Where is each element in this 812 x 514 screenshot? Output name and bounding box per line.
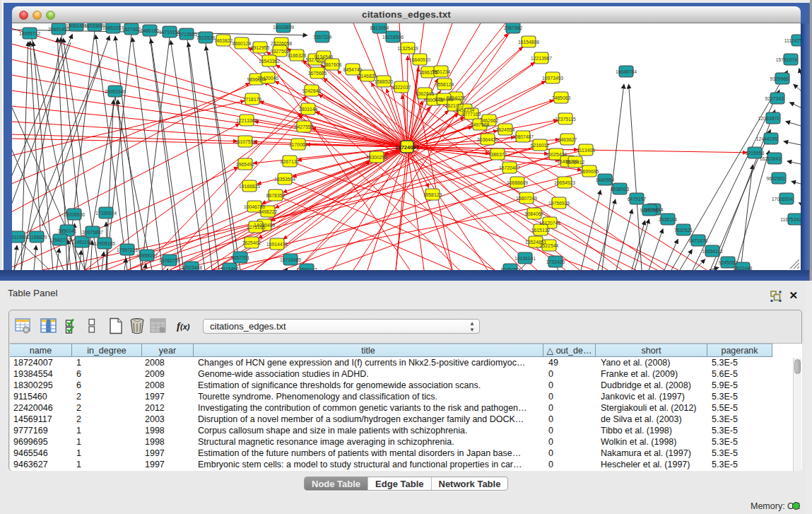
svg-text:19756928: 19756928 [548, 201, 570, 206]
svg-text:8267130: 8267130 [281, 159, 300, 164]
svg-text:3498222: 3498222 [259, 209, 278, 214]
svg-text:7515526: 7515526 [196, 35, 216, 40]
svg-text:20206536: 20206536 [64, 212, 85, 217]
svg-text:11675342: 11675342 [780, 217, 801, 222]
svg-text:7632621: 7632621 [674, 228, 693, 233]
svg-text:8215958: 8215958 [746, 151, 765, 156]
svg-text:10973493: 10973493 [542, 76, 563, 81]
svg-text:2718176: 2718176 [243, 97, 262, 102]
svg-text:11451194: 11451194 [71, 240, 92, 245]
svg-text:2867608: 2867608 [323, 62, 342, 67]
svg-text:2935114: 2935114 [659, 217, 677, 222]
svg-text:18300295: 18300295 [366, 155, 387, 160]
svg-text:5851234: 5851234 [432, 69, 451, 74]
svg-text:16782759: 16782759 [159, 258, 180, 263]
svg-text:3911959: 3911959 [12, 235, 27, 240]
svg-text:15751074: 15751074 [776, 57, 797, 62]
svg-text:16543362: 16543362 [259, 59, 280, 64]
svg-text:9242848: 9242848 [302, 88, 322, 93]
svg-text:1958123: 1958123 [423, 192, 442, 197]
svg-text:8678352: 8678352 [266, 193, 286, 198]
svg-text:17339924: 17339924 [95, 211, 117, 216]
svg-text:9657701: 9657701 [231, 255, 250, 260]
svg-text:3170061: 3170061 [289, 142, 308, 147]
svg-text:16154808: 16154808 [518, 40, 539, 45]
svg-text:2522544: 2522544 [540, 243, 559, 248]
svg-text:11325419: 11325419 [397, 46, 418, 51]
svg-text:12923448: 12923448 [181, 265, 202, 270]
svg-text:10853287: 10853287 [102, 25, 124, 30]
svg-text:3624554: 3624554 [496, 127, 515, 132]
svg-text:17957223: 17957223 [117, 247, 138, 252]
svg-text:20364436: 20364436 [477, 137, 498, 142]
svg-text:8813054: 8813054 [370, 25, 389, 30]
svg-text:8454749: 8454749 [343, 67, 363, 72]
svg-text:9329966: 9329966 [770, 76, 789, 81]
svg-text:8471676: 8471676 [689, 238, 708, 243]
svg-text:16648784: 16648784 [616, 69, 637, 74]
svg-text:30975887: 30975887 [82, 230, 103, 235]
svg-text:16713555: 16713555 [176, 32, 197, 37]
svg-text:11124753: 11124753 [784, 38, 801, 43]
svg-text:1615132: 1615132 [531, 228, 551, 233]
svg-text:18724007: 18724007 [395, 144, 418, 151]
svg-text:9245052: 9245052 [719, 260, 738, 265]
svg-text:12213967: 12213967 [531, 56, 552, 61]
svg-text:8322037: 8322037 [392, 85, 411, 90]
svg-text:2803144: 2803144 [299, 107, 318, 112]
svg-text:9327506: 9327506 [271, 49, 290, 54]
svg-text:3850141: 3850141 [58, 228, 77, 233]
svg-text:19166825: 19166825 [239, 184, 260, 189]
svg-text:7357224: 7357224 [313, 35, 332, 40]
svg-text:16033809: 16033809 [273, 25, 294, 30]
svg-text:9134546: 9134546 [314, 54, 334, 59]
svg-text:1588520: 1588520 [375, 79, 394, 84]
svg-text:6466160: 6466160 [141, 28, 160, 33]
svg-text:1273155: 1273155 [247, 225, 266, 230]
svg-text:6479197: 6479197 [628, 197, 647, 201]
svg-text:20053346: 20053346 [105, 89, 126, 94]
svg-text:10807487: 10807487 [512, 134, 534, 139]
svg-text:10688609: 10688609 [507, 180, 528, 185]
svg-text:8660124: 8660124 [233, 41, 252, 46]
svg-text:9463627: 9463627 [558, 137, 577, 142]
svg-text:11156829: 11156829 [26, 235, 47, 240]
svg-text:12213369: 12213369 [236, 118, 257, 123]
svg-text:7463822: 7463822 [214, 38, 233, 43]
svg-text:9084067: 9084067 [525, 211, 544, 216]
svg-text:17016504: 17016504 [772, 197, 793, 201]
svg-text:9227343: 9227343 [765, 96, 784, 101]
svg-text:10958107: 10958107 [136, 253, 158, 258]
svg-text:16914479: 16914479 [266, 242, 288, 247]
svg-text:7386372: 7386372 [488, 152, 507, 157]
svg-text:1362615: 1362615 [416, 91, 435, 96]
svg-text:19218506: 19218506 [382, 35, 404, 40]
svg-text:12444195: 12444195 [756, 136, 777, 141]
svg-text:8912955: 8912955 [251, 45, 270, 50]
svg-text:9777169: 9777169 [462, 112, 481, 117]
svg-text:15807249: 15807249 [516, 196, 537, 201]
svg-text:1733426: 1733426 [546, 259, 565, 264]
svg-text:14136141: 14136141 [514, 256, 536, 261]
svg-text:9699695: 9699695 [580, 169, 599, 174]
svg-text:16210643: 16210643 [760, 156, 781, 161]
svg-text:22420046: 22420046 [257, 76, 278, 81]
svg-text:7462662: 7462662 [480, 118, 499, 123]
svg-text:6216012: 6216012 [531, 143, 550, 148]
svg-text:3675685: 3675685 [308, 71, 327, 76]
svg-text:3113405: 3113405 [577, 148, 595, 153]
svg-text:9692901: 9692901 [767, 176, 786, 181]
svg-text:12093872: 12093872 [758, 116, 779, 121]
svg-text:12905185: 12905185 [94, 241, 115, 246]
svg-text:6497568: 6497568 [471, 122, 490, 127]
svg-text:7625402: 7625402 [242, 240, 261, 245]
svg-text:15716485: 15716485 [280, 257, 301, 262]
svg-text:10654112: 10654112 [702, 249, 723, 254]
svg-text:8938923: 8938923 [611, 187, 630, 192]
svg-text:8427552: 8427552 [295, 124, 314, 129]
svg-text:12375115: 12375115 [555, 117, 576, 122]
svg-text:1440954: 1440954 [596, 177, 615, 182]
svg-text:16640910: 16640910 [409, 57, 430, 62]
svg-text:13353504: 13353504 [274, 177, 295, 182]
svg-text:10025438: 10025438 [546, 152, 567, 157]
